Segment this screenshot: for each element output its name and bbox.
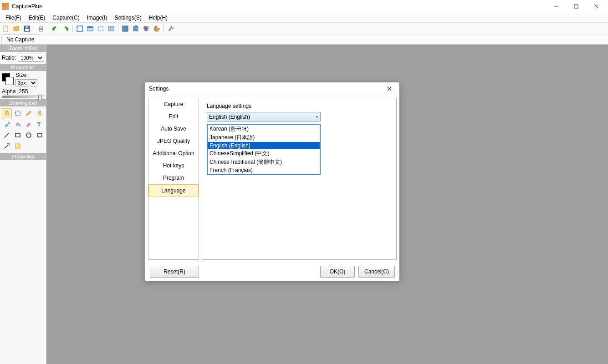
nav-autosave[interactable]: Auto Save (148, 123, 199, 135)
menu-capture[interactable]: Capture(C) (49, 14, 83, 22)
palette-icon[interactable] (152, 24, 161, 33)
zoom-header: Zoom In/Out (0, 45, 46, 52)
language-settings-label: Language settings (207, 103, 392, 109)
size-select[interactable]: 3px (15, 79, 37, 86)
drawing-tool-grid: T (0, 106, 46, 153)
nav-hotkeys[interactable]: Hot keys (148, 160, 199, 172)
highlighter-tool-icon[interactable] (35, 108, 45, 118)
hand-tool-icon[interactable] (2, 108, 12, 118)
ok-button[interactable]: OK(O) (320, 266, 355, 278)
lang-option-chinese-traditional[interactable]: ChineseTraditional (簡體中文) (208, 158, 320, 167)
svg-rect-10 (40, 30, 42, 31)
fullscreen-icon[interactable] (75, 24, 84, 33)
fit-icon[interactable] (121, 24, 130, 33)
svg-point-23 (144, 28, 148, 31)
lang-option-korean[interactable]: Korean (한국어) (208, 125, 320, 133)
menu-edit[interactable]: Edit(E) (25, 14, 49, 22)
svg-point-33 (26, 133, 31, 137)
color-icon[interactable] (142, 24, 151, 33)
close-button[interactable] (586, 0, 606, 13)
nav-program[interactable]: Program (148, 172, 199, 184)
chevron-down-icon: ▾ (316, 115, 318, 119)
new-icon[interactable] (1, 24, 10, 33)
window-icon[interactable] (86, 24, 95, 33)
save-icon[interactable] (22, 24, 31, 33)
minimize-button[interactable] (546, 0, 566, 13)
print-icon[interactable] (36, 24, 46, 33)
eyedropper-tool-icon[interactable] (2, 119, 12, 129)
dialog-footer: Reset(R) OK(O) Cancel(C) (145, 263, 399, 281)
toolbar-separator (48, 25, 48, 33)
svg-rect-15 (108, 26, 114, 31)
open-icon[interactable] (12, 24, 21, 33)
toolbar-separator (72, 25, 73, 33)
note-tool-icon[interactable] (13, 141, 23, 151)
region-icon[interactable] (96, 24, 105, 33)
grid-icon[interactable] (107, 24, 116, 33)
redo-icon[interactable] (61, 24, 70, 33)
bg-color-swatch[interactable] (5, 77, 14, 85)
select-tool-icon[interactable] (13, 108, 23, 118)
lang-option-japanese[interactable]: Japanese (日本語) (208, 133, 320, 142)
menu-image[interactable]: Image(I) (83, 14, 111, 22)
svg-rect-27 (15, 111, 20, 116)
ratio-select[interactable]: 100% (18, 54, 44, 62)
bucket-tool-icon[interactable] (13, 119, 23, 129)
app-icon (2, 3, 9, 10)
svg-line-31 (5, 133, 9, 137)
wrench-icon[interactable] (166, 24, 175, 33)
drawing-header: Drawing tool (0, 99, 46, 106)
toolbar (0, 23, 608, 35)
lang-option-french[interactable]: French (Français) (208, 167, 320, 174)
toolbar-separator (34, 25, 34, 33)
arrow-tool-icon[interactable] (2, 141, 12, 151)
language-combobox[interactable]: English (English) ▾ (207, 112, 321, 121)
language-selected-value: English (English) (209, 114, 250, 120)
pencil-tool-icon[interactable] (24, 108, 34, 118)
svg-rect-28 (39, 111, 41, 113)
svg-point-24 (155, 27, 156, 28)
settings-nav: Capture Edit Auto Save JPEG Quality Addi… (148, 98, 199, 260)
menu-file[interactable]: File(F) (2, 14, 25, 22)
maximize-button[interactable] (566, 0, 586, 13)
settings-dialog: Settings Capture Edit Auto Save JPEG Qua… (145, 82, 400, 281)
toolbar-separator (118, 25, 118, 33)
lang-option-chinese-simplified[interactable]: ChineseSimplified (中文) (208, 149, 320, 158)
line-tool-icon[interactable] (2, 130, 12, 140)
properties2-header: Properties (0, 153, 46, 160)
nav-jpeg[interactable]: JPEG Quality (148, 135, 199, 147)
nav-language[interactable]: Language (148, 184, 199, 197)
cancel-button[interactable]: Cancel(C) (358, 266, 395, 278)
settings-content: Language settings English (English) ▾ Ko… (202, 98, 397, 260)
text-tool-icon[interactable]: T (35, 119, 45, 129)
lang-option-english[interactable]: English (English) (208, 142, 320, 149)
dialog-close-button[interactable] (383, 84, 396, 93)
menu-help[interactable]: Help(H) (145, 14, 171, 22)
nav-edit[interactable]: Edit (148, 111, 199, 123)
nav-capture[interactable]: Capture (148, 98, 199, 111)
svg-rect-20 (123, 26, 128, 31)
svg-point-29 (20, 125, 21, 126)
svg-rect-6 (25, 29, 29, 31)
svg-rect-14 (98, 26, 103, 31)
rect-tool-icon[interactable] (13, 130, 23, 140)
menu-settings[interactable]: Settings(S) (111, 14, 145, 22)
titlebar: CapturePlus (0, 0, 608, 13)
tab-no-capture[interactable]: No Capture (1, 35, 39, 44)
puzzle-icon[interactable] (131, 24, 140, 33)
svg-rect-13 (87, 26, 93, 28)
undo-icon[interactable] (51, 24, 60, 33)
nav-additional[interactable]: Additional Option (148, 147, 199, 160)
roundrect-tool-icon[interactable] (35, 130, 45, 140)
alpha-slider[interactable] (2, 96, 44, 98)
app-title: CapturePlus (12, 3, 546, 10)
alpha-label: Alpha :255 (2, 88, 28, 95)
sidebar: Zoom In/Out Ratio: 100% Properties: Size… (0, 45, 46, 364)
properties-header: Properties: (0, 64, 46, 71)
size-label: Size: (15, 72, 37, 78)
eraser-tool-icon[interactable] (24, 119, 34, 129)
ratio-label: Ratio: (2, 55, 16, 61)
svg-line-35 (5, 145, 8, 148)
reset-button[interactable]: Reset(R) (150, 266, 199, 278)
circle-tool-icon[interactable] (24, 130, 34, 140)
